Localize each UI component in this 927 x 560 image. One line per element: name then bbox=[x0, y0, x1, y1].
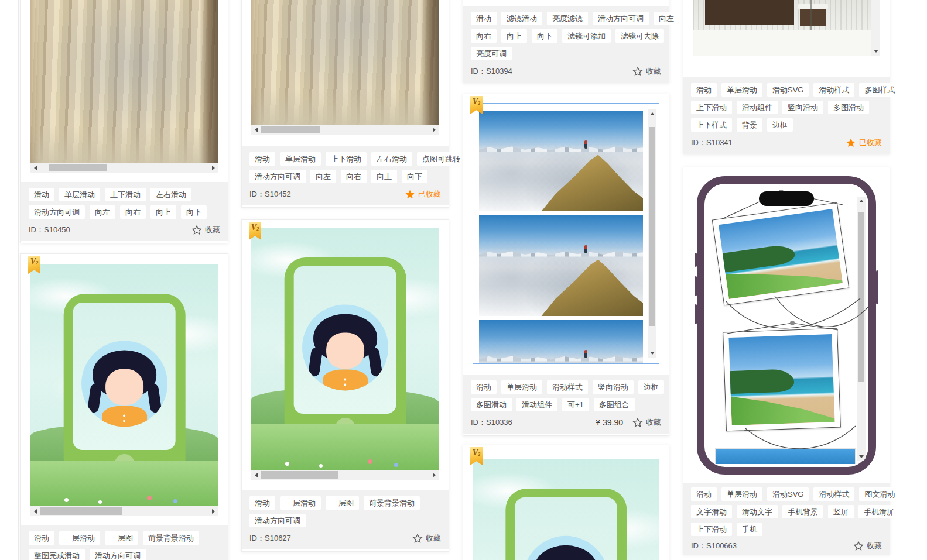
scroll-left-arrow[interactable] bbox=[251, 470, 261, 480]
tag-chip[interactable]: 可+1 bbox=[562, 398, 589, 411]
tag-chip[interactable]: 单层滑动 bbox=[501, 380, 542, 394]
tag-chip[interactable]: 滑动 bbox=[29, 188, 54, 201]
tag-chip[interactable]: 竖屏 bbox=[828, 505, 854, 518]
tag-chip[interactable]: 多图滑动 bbox=[828, 101, 869, 114]
bordered-slider-viewport[interactable] bbox=[473, 103, 659, 364]
preview-area[interactable] bbox=[463, 445, 669, 560]
tag-chip[interactable]: 手机滑屏 bbox=[858, 505, 899, 518]
tag-chip[interactable]: 前景背景滑动 bbox=[143, 531, 199, 545]
tag-chip[interactable]: 竖向滑动 bbox=[593, 380, 634, 394]
tag-chip[interactable]: 滤镜滑动 bbox=[501, 12, 542, 25]
tag-chip[interactable]: 上下滑动 bbox=[691, 101, 732, 114]
tag-chip[interactable]: 上下滑动 bbox=[691, 523, 732, 536]
tag-chip[interactable]: 滑动样式 bbox=[547, 380, 588, 394]
tag-chip[interactable]: 向上 bbox=[501, 29, 527, 43]
scroll-left-arrow[interactable] bbox=[30, 163, 40, 173]
tag-chip[interactable]: 手机 bbox=[737, 523, 762, 536]
tag-chip[interactable]: 单层滑动 bbox=[59, 188, 100, 201]
tag-chip[interactable]: 上下滑动 bbox=[105, 188, 146, 201]
scroll-right-arrow[interactable] bbox=[208, 163, 218, 173]
favorite-button[interactable]: 收藏 bbox=[632, 417, 661, 428]
scroll-left-arrow[interactable] bbox=[30, 506, 40, 516]
tag-chip[interactable]: 向上 bbox=[371, 170, 397, 183]
scroll-right-arrow[interactable] bbox=[429, 125, 439, 135]
horizontal-scrollbar[interactable] bbox=[30, 163, 218, 173]
smartphone-frame[interactable] bbox=[697, 176, 876, 475]
tag-chip[interactable]: 三层滑动 bbox=[280, 496, 321, 510]
tag-chip[interactable]: 背景 bbox=[737, 118, 762, 132]
scroll-right-arrow[interactable] bbox=[208, 506, 218, 516]
tag-chip[interactable]: 滑动样式 bbox=[813, 83, 854, 97]
preview-area[interactable] bbox=[683, 176, 890, 475]
tag-chip[interactable]: 滑动组件 bbox=[737, 101, 778, 114]
tag-chip[interactable]: 三层图 bbox=[326, 496, 359, 510]
favorite-button[interactable]: 收藏 bbox=[191, 225, 220, 235]
tag-chip[interactable]: 滑动 bbox=[29, 531, 54, 545]
tag-chip[interactable]: 滤镜可去除 bbox=[615, 29, 664, 43]
scroll-right-arrow[interactable] bbox=[429, 470, 439, 480]
tag-chip[interactable]: 左右滑动 bbox=[150, 188, 191, 201]
tag-chip[interactable]: 滑动 bbox=[691, 83, 717, 97]
favorite-button[interactable]: 已收藏 bbox=[846, 138, 882, 148]
cartoon-phone-illustration-image[interactable] bbox=[251, 228, 439, 470]
cliff-painting-image[interactable] bbox=[30, 0, 218, 163]
tag-chip[interactable]: 亮度可调 bbox=[471, 47, 512, 60]
tag-chip[interactable]: 滑动方向可调 bbox=[249, 170, 306, 183]
tag-chip[interactable]: 上下样式 bbox=[691, 118, 732, 132]
tag-chip[interactable]: 滑动方向可调 bbox=[29, 205, 85, 219]
vertical-scrollbar[interactable] bbox=[648, 109, 656, 358]
preview-area[interactable] bbox=[21, 0, 228, 173]
favorite-button[interactable]: 收藏 bbox=[412, 533, 441, 544]
preview-area[interactable] bbox=[683, 0, 890, 56]
preview-area[interactable] bbox=[242, 220, 449, 480]
scrollbar-thumb[interactable] bbox=[49, 164, 107, 171]
scroll-down-arrow[interactable] bbox=[871, 47, 880, 56]
tag-chip[interactable]: 滑动 bbox=[691, 487, 717, 501]
tag-chip[interactable]: 滑动SVG bbox=[767, 487, 809, 501]
scroll-left-arrow[interactable] bbox=[251, 125, 261, 135]
favorite-button[interactable]: 收藏 bbox=[853, 541, 882, 551]
scroll-down-arrow[interactable] bbox=[648, 349, 656, 358]
scrollbar-thumb[interactable] bbox=[40, 507, 122, 515]
tag-chip[interactable]: 向下 bbox=[532, 29, 557, 43]
cartoon-phone-illustration-image[interactable] bbox=[473, 459, 659, 560]
tag-chip[interactable]: 滑动方向可调 bbox=[249, 514, 306, 527]
tag-chip[interactable]: 三层滑动 bbox=[59, 531, 100, 545]
tag-chip[interactable]: 边框 bbox=[767, 118, 793, 132]
tag-chip[interactable]: 滑动方向可调 bbox=[90, 549, 146, 560]
tag-chip[interactable]: 向左 bbox=[310, 170, 336, 183]
tag-chip[interactable]: 单层滑动 bbox=[721, 83, 762, 97]
tag-chip[interactable]: 滑动组件 bbox=[516, 398, 557, 411]
mountain-clouds-image[interactable] bbox=[479, 320, 643, 364]
tag-chip[interactable]: 滤镜可添加 bbox=[562, 29, 611, 43]
preview-area[interactable] bbox=[242, 0, 449, 135]
scrollbar-thumb[interactable] bbox=[261, 471, 338, 479]
tag-chip[interactable]: 亮度滤镜 bbox=[547, 12, 588, 25]
tag-chip[interactable]: 三层图 bbox=[105, 531, 138, 545]
scrollbar-thumb[interactable] bbox=[261, 126, 320, 133]
tag-chip[interactable]: 单层滑动 bbox=[721, 487, 762, 501]
tag-chip[interactable]: 多图滑动 bbox=[471, 398, 512, 411]
favorite-button[interactable]: 收藏 bbox=[632, 66, 661, 77]
tag-chip[interactable]: 竖向滑动 bbox=[782, 101, 823, 114]
winter-house-image[interactable] bbox=[693, 0, 871, 56]
tag-chip[interactable]: 滑动 bbox=[471, 380, 497, 394]
tag-chip[interactable]: 多图样式 bbox=[859, 83, 900, 97]
tag-chip[interactable]: 向下 bbox=[181, 205, 207, 219]
tag-chip[interactable]: 向左 bbox=[90, 205, 115, 219]
mountain-clouds-image[interactable] bbox=[479, 215, 643, 316]
tag-chip[interactable]: 文字滑动 bbox=[691, 505, 732, 518]
tag-chip[interactable]: 左右滑动 bbox=[371, 152, 412, 166]
tag-chip[interactable]: 滑动SVG bbox=[767, 83, 809, 97]
tag-chip[interactable]: 滑动样式 bbox=[813, 487, 854, 501]
tag-chip[interactable]: 图文滑动 bbox=[859, 487, 900, 501]
tag-chip[interactable]: 多图组合 bbox=[594, 398, 635, 411]
tag-chip[interactable]: 点图可跳转 bbox=[417, 152, 466, 166]
tag-chip[interactable]: 滑动文字 bbox=[737, 505, 778, 518]
tag-chip[interactable]: 滑动 bbox=[249, 152, 275, 166]
horizontal-scrollbar[interactable] bbox=[251, 125, 439, 135]
horizontal-scrollbar[interactable] bbox=[30, 506, 218, 516]
tag-chip[interactable]: 手机背景 bbox=[782, 505, 823, 518]
tag-chip[interactable]: 前景背景滑动 bbox=[364, 496, 420, 510]
preview-area[interactable] bbox=[21, 254, 228, 516]
